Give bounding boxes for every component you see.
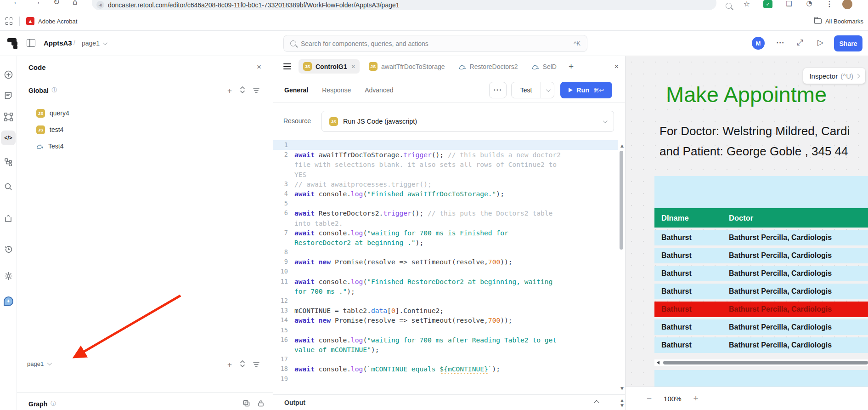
collapse-output-icon[interactable] (594, 400, 599, 405)
query-tab[interactable]: JSControlG1× (299, 59, 360, 74)
code-line[interactable]: 6await RestoreDoctors2.trigger(); // thi… (273, 208, 618, 218)
code-line[interactable]: 13mCONTINUE = table2.data[0].Continue2; (273, 306, 618, 315)
code-line[interactable]: 10 (273, 267, 618, 276)
retool-logo-icon[interactable] (7, 38, 19, 49)
extension-icon[interactable]: ✓ (763, 0, 772, 8)
add-component-icon[interactable] (1, 67, 16, 82)
code-line[interactable]: 15 (273, 325, 618, 335)
filter-icon[interactable] (253, 87, 259, 95)
code-line[interactable]: 5 (273, 199, 618, 208)
bookmark-star-icon[interactable]: ☆ (742, 0, 751, 8)
table-row[interactable]: BathurstBathurst Percilla, Cardiologis (654, 248, 868, 263)
global-section-header[interactable]: Global ⓘ (28, 86, 57, 94)
table-row[interactable]: BathurstBathurst Percilla, Cardiologis (654, 319, 868, 335)
add-query-icon[interactable]: + (227, 361, 232, 369)
code-line[interactable]: 8 (273, 247, 618, 257)
retool-ai-icon[interactable]: ✦ (1, 294, 16, 308)
profile-icon[interactable]: ◔ (805, 0, 814, 8)
table-horizontal-scrollbar[interactable] (654, 359, 868, 366)
zoom-value[interactable]: 100% (664, 395, 681, 403)
code-line[interactable]: YES (273, 170, 618, 179)
close-tab-icon[interactable]: × (351, 63, 355, 70)
forward-icon[interactable]: → (33, 0, 41, 6)
query-list-item[interactable]: Test4 (36, 140, 63, 152)
code-icon[interactable]: </> (1, 131, 16, 145)
code-line[interactable]: 12 (273, 296, 618, 306)
scroll-down-icon[interactable]: ▼ (620, 386, 624, 391)
code-line[interactable]: 3// await awaitprocesses.trigger(); (273, 179, 618, 189)
code-line[interactable]: 16await console.log("waiting for 700 ms … (273, 335, 618, 345)
reload-icon[interactable]: ↻ (53, 0, 60, 6)
query-list-item[interactable]: JStest4 (36, 124, 63, 136)
table-row[interactable]: BathurstBathurst Percilla, Cardiologis (654, 337, 868, 353)
more-options-icon[interactable]: ⋯ (776, 38, 784, 47)
code-line[interactable]: value of mCONTINUE"); (273, 345, 618, 354)
run-button[interactable]: Run ⌘↩ (560, 82, 612, 98)
code-line[interactable]: file with selections blank. it also sets… (273, 159, 618, 169)
pages-icon[interactable] (1, 88, 16, 103)
subtab-general[interactable]: General (284, 86, 308, 94)
zoom-in-button[interactable]: + (693, 393, 698, 404)
search-icon[interactable] (1, 179, 16, 194)
puzzle-extensions-icon[interactable]: ❑ (784, 0, 794, 8)
code-line[interactable]: 11await console.log("Finished RestoreDoc… (273, 277, 618, 286)
preview-play-icon[interactable]: ▷ (817, 38, 823, 47)
output-bar[interactable]: Output (273, 394, 625, 410)
editor-scrollbar[interactable] (619, 143, 624, 392)
subtab-advanced[interactable]: Advanced (365, 86, 393, 94)
query-tab[interactable]: SelD (527, 59, 561, 74)
table-row[interactable]: BathurstBathurst Percilla, Cardiologis (654, 266, 868, 281)
subtab-response[interactable]: Response (322, 86, 351, 94)
column-header-dlname[interactable]: DIname (654, 214, 729, 222)
table-row[interactable]: BathurstBathurst Percilla, Cardiologis (654, 230, 868, 245)
state-tree-icon[interactable] (1, 154, 16, 169)
filter-icon[interactable] (253, 361, 259, 369)
search-tabs-icon[interactable] (724, 1, 733, 10)
test-dropdown-icon[interactable] (541, 89, 554, 92)
zoom-out-button[interactable]: − (647, 393, 652, 404)
close-panel-icon[interactable]: × (257, 63, 261, 72)
code-line[interactable]: 2await awaitTfrDocToStorage.trigger(); /… (273, 150, 618, 159)
sort-icon[interactable] (240, 86, 245, 95)
scroll-down-small-icon[interactable]: ▼ (620, 403, 624, 408)
code-line[interactable]: 7await console.log("waiting for 700 ms i… (273, 228, 618, 238)
doctors-table[interactable]: DIname Doctor BathurstBathurst Percilla,… (654, 176, 868, 353)
new-tab-icon[interactable]: + (569, 62, 574, 72)
table-row[interactable]: BathurstBathurst Percilla, Cardiologis (654, 302, 868, 317)
code-line[interactable]: 1 (273, 140, 618, 150)
query-menu-icon[interactable] (283, 62, 291, 71)
components-frame-icon[interactable] (1, 109, 16, 124)
code-editor[interactable]: 12await awaitTfrDocToStorage.trigger(); … (273, 140, 618, 394)
code-line[interactable]: 9await new Promise(resolve => setTimeout… (273, 257, 618, 267)
all-bookmarks-button[interactable]: All Bookmarks (814, 18, 863, 25)
scroll-left-icon[interactable] (657, 361, 659, 364)
history-icon[interactable] (1, 242, 16, 256)
settings-gear-icon[interactable] (1, 268, 16, 283)
code-line[interactable]: RestoreDoctor2 at beginning ."); (273, 238, 618, 247)
page-selector[interactable]: page1 (82, 40, 106, 47)
app-name[interactable]: ApptsA3 (44, 39, 72, 47)
column-header-doctor[interactable]: Doctor (729, 214, 753, 222)
user-avatar[interactable]: M (752, 37, 765, 50)
query-more-button[interactable]: ··· (489, 82, 507, 98)
home-icon[interactable]: ⌂ (73, 0, 78, 6)
scrollbar-thumb[interactable] (663, 361, 868, 364)
code-line[interactable]: 17 (273, 354, 618, 364)
sort-icon[interactable] (240, 360, 245, 369)
back-icon[interactable]: ← (13, 0, 21, 6)
fullscreen-icon[interactable]: ⤢ (797, 38, 803, 47)
duplicate-icon[interactable] (243, 400, 250, 409)
table-row[interactable]: BathurstBathurst Percilla, Cardiologis (654, 284, 868, 299)
code-line[interactable]: for 700 ms ."); (273, 286, 618, 296)
code-line[interactable]: 4await console.log("Finished awaitTfrDoc… (273, 189, 618, 199)
apps-grid-icon[interactable] (6, 17, 13, 25)
query-tab[interactable]: JSawaitTfrDocToStorage (364, 59, 450, 74)
close-editor-icon[interactable]: × (614, 63, 619, 71)
code-line[interactable]: 18await console.log(`mCONTINUE equals ${… (273, 364, 618, 374)
code-line[interactable]: 14await new Promise(resolve => setTimeou… (273, 315, 618, 325)
inspector-button[interactable]: Inspector (^U) (803, 68, 865, 84)
panel-toggle-icon[interactable] (27, 39, 35, 47)
browser-avatar[interactable] (842, 0, 852, 9)
graph-section-header[interactable]: Graph ⓘ (28, 400, 56, 408)
code-line[interactable]: 19 (273, 374, 618, 384)
